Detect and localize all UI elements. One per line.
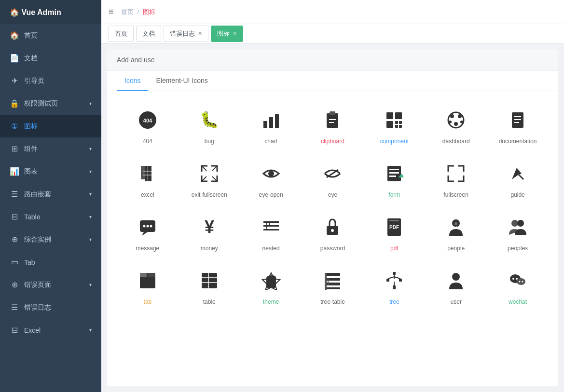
icon-user[interactable]: user [425,261,487,315]
icon-table-label: table [203,298,216,305]
icon-money[interactable]: ¥ money [179,208,240,261]
content-area: Add and use IconsElement-UI Icons 404 40… [107,49,558,386]
icon-documentation-glyph [508,110,527,134]
icon-documentation-label: documentation [499,138,537,145]
icon-dashboard[interactable]: dashboard [425,101,487,154]
sidebar-icon-guide: ✈ [10,76,19,85]
icon-component-label: component [380,138,409,145]
sidebar-item-home[interactable]: 🏠 首页 [0,24,101,47]
sub-tabs: IconsElement-UI Icons [107,71,558,91]
sidebar-item-excel[interactable]: ⊟ Excel ▾ [0,319,101,341]
svg-rect-40 [389,172,399,174]
sidebar-logo: 🏠 Vue Admin [0,0,101,24]
sidebar-icon-routes: ☰ [10,189,19,199]
svg-rect-7 [330,111,335,115]
icon-table-glyph [200,271,219,295]
icon-documentation[interactable]: documentation [487,101,549,154]
tab-close-icons[interactable]: ✕ [233,30,237,37]
icon-tab[interactable]: tab [117,261,179,315]
icon-people[interactable]: people [425,208,487,261]
icon-money-label: money [201,245,218,252]
svg-point-36 [268,171,274,176]
svg-line-44 [519,175,523,179]
sidebar-item-routes[interactable]: ☰ 路由嵌套 ▾ [0,183,101,205]
sidebar: 🏠 Vue Admin 🏠 首页 📄 文档 ✈ 引导页 🔒 权限测试页 ▾ ① … [0,0,101,392]
icon-tree-glyph [385,271,404,295]
svg-rect-75 [325,283,340,285]
tab-home[interactable]: 首页 [109,26,134,42]
svg-text:PDF: PDF [389,225,399,230]
svg-rect-76 [325,287,340,289]
svg-point-63 [511,220,518,227]
icon-exit-fullscreen[interactable]: exit-fullscreen [179,154,240,208]
sidebar-item-examples[interactable]: ⊕ 综合实例 ▾ [0,228,101,251]
icon-clipboard[interactable]: clipboard [302,101,364,154]
icon-eye[interactable]: eye [302,154,364,208]
sidebar-item-errorlog[interactable]: ☰ 错误日志 [0,296,101,319]
icon-chart[interactable]: chart [240,101,302,154]
icon-user-glyph [446,271,466,295]
icon-bug[interactable]: 🐛 bug [179,101,240,154]
sub-tab-icons[interactable]: Icons [117,71,148,91]
breadcrumb-home[interactable]: 首页 [121,8,134,16]
svg-rect-51 [263,221,279,223]
sidebar-icon-icons: ① [10,122,19,131]
sidebar-item-docs[interactable]: 📄 文档 [0,47,101,69]
icon-excel[interactable]: excel [117,154,179,208]
icon-table[interactable]: table [179,261,240,315]
sidebar-item-charts[interactable]: 📊 图表 ▾ [0,160,101,183]
sidebar-item-errorpages[interactable]: ⊕ 错误页面 ▾ [0,273,101,296]
icon-tree-table[interactable]: tree-table [302,261,364,315]
tab-close-errorlog[interactable]: ✕ [198,30,202,37]
svg-point-47 [146,225,149,228]
svg-point-19 [458,114,462,118]
tab-errorlog[interactable]: 错误日志 ✕ [164,26,208,42]
icon-money-glyph: ¥ [200,217,219,241]
sub-tab-element-icons[interactable]: Element-UI Icons [148,71,215,91]
icon-message[interactable]: message [117,208,179,261]
icon-exit-fullscreen-label: exit-fullscreen [192,191,227,198]
icon-theme-glyph [261,271,281,295]
icon-component[interactable]: component [363,101,425,154]
icon-theme[interactable]: theme [240,261,302,315]
sidebar-item-permission[interactable]: 🔒 权限测试页 ▾ [0,92,101,115]
sidebar-item-guide[interactable]: ✈ 引导页 [0,69,101,92]
sidebar-item-components[interactable]: ⊞ 组件 ▾ [0,137,101,160]
sidebar-item-tab[interactable]: ▭ Tab [0,251,101,273]
icons-grid: 404 404 🐛 bug chart clipboard component … [107,91,558,324]
tab-icons[interactable]: 图标 ✕ [211,26,243,42]
svg-point-20 [454,122,458,126]
icon-eye-label: eye [328,191,337,198]
breadcrumb-separator: / [138,8,139,15]
icon-people-label: people [447,245,465,252]
svg-point-62 [454,222,457,225]
icon-pdf[interactable]: PDF pdf [363,208,425,261]
sidebar-item-table[interactable]: ⊟ Table ▾ [0,205,101,228]
icon-password-glyph [323,217,342,241]
sidebar-label-guide: 引导页 [24,77,44,85]
icon-guide[interactable]: guide [487,154,549,208]
icon-eye-open[interactable]: eye-open [240,154,302,208]
icon-password[interactable]: password [302,208,364,261]
icon-bug-label: bug [205,138,214,145]
icon-tab-label: tab [144,298,152,305]
icon-404[interactable]: 404 404 [117,101,179,154]
svg-rect-28 [145,166,151,181]
icon-tree[interactable]: tree [363,261,425,315]
icon-eye-glyph [323,164,342,188]
icon-nested[interactable]: nested [240,208,302,261]
hamburger-icon[interactable]: ≡ [109,7,114,17]
icon-fullscreen[interactable]: fullscreen [425,154,487,208]
tab-docs[interactable]: 文档 [136,26,161,42]
sidebar-icon-table: ⊟ [10,212,19,221]
sidebar-arrow-excel: ▾ [89,327,92,333]
sidebar-item-icons[interactable]: ① 图标 [0,115,101,137]
icon-pdf-label: pdf [390,245,399,252]
icon-form[interactable]: form [363,154,425,208]
icon-peoples-glyph [508,217,527,241]
svg-rect-60 [389,220,399,221]
main-area: ≡ 首页 / 图标 首页 文档 错误日志 ✕ 图标 ✕ Add and use … [101,0,564,392]
icon-exit-fullscreen-glyph [200,164,219,188]
icon-wechat[interactable]: wechat [487,261,549,315]
icon-peoples[interactable]: peoples [487,208,549,261]
